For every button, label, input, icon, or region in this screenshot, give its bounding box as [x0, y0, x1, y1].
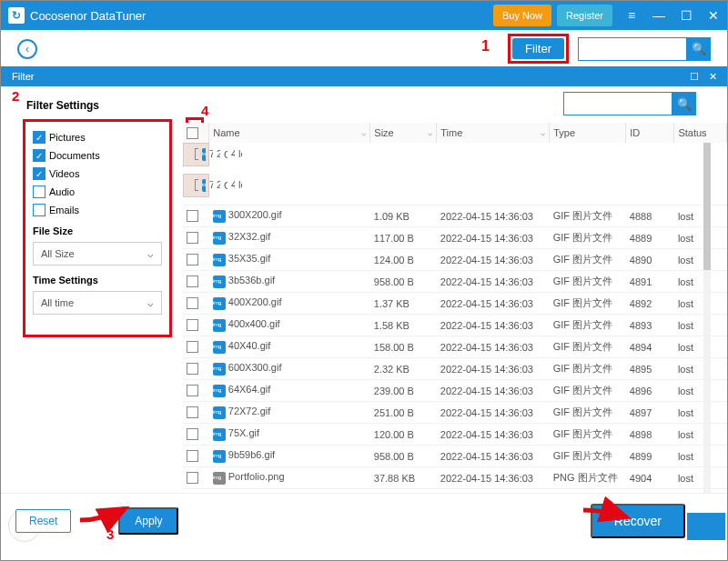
col-type[interactable]: Type	[550, 123, 626, 143]
cell-name: 600X300.gif	[209, 358, 370, 380]
checkbox-on-icon: ✓	[33, 149, 46, 162]
row-checkbox[interactable]	[187, 297, 198, 309]
cell-status: lost	[674, 249, 727, 271]
search-button[interactable]: 🔍	[687, 37, 711, 61]
cell-status: lost	[674, 315, 727, 336]
cell-type: GIF 图片文件	[550, 336, 626, 358]
table-row[interactable]: 72X72.gif251.00 B2022-04-15 14:36:03GIF …	[183, 402, 727, 424]
table-row[interactable]: 300X200.gif1.09 KB2022-04-15 14:36:03GIF…	[183, 205, 727, 227]
cell-time: 2022-04-15 14:36:03	[437, 467, 550, 489]
cell-status: lost	[674, 402, 727, 424]
cell-time: 2022-04-15 14:36:03	[437, 446, 550, 467]
cell-type: GIF 图片文件	[550, 424, 626, 446]
search-input[interactable]	[578, 37, 687, 61]
cell-id: 4904	[626, 467, 674, 489]
cell-id: 4889	[626, 227, 674, 249]
check-emails[interactable]: Emails	[33, 204, 100, 216]
panel-close-icon[interactable]: ✕	[703, 71, 722, 83]
list-search-button[interactable]: 🔍	[672, 92, 696, 115]
cell-type: GIF 图片文件	[550, 402, 626, 424]
panel-restore-icon[interactable]: ☐	[685, 71, 703, 83]
select-all-checkbox[interactable]	[187, 127, 198, 139]
row-checkbox[interactable]	[187, 341, 198, 353]
check-audio[interactable]: Audio	[33, 185, 100, 198]
col-size[interactable]: Size⌵	[370, 123, 437, 143]
cell-id: 4891	[626, 271, 674, 293]
table-row[interactable]: 9b59b6.gif958.00 B2022-04-15 14:36:03GIF…	[183, 446, 727, 467]
cell-type: GIF 图片文件	[550, 315, 626, 336]
cell-name: 3b536b.gif	[209, 271, 370, 293]
close-button[interactable]: ✕	[700, 1, 727, 30]
col-time[interactable]: Time⌵	[437, 123, 550, 143]
cell-status: lost	[674, 424, 727, 446]
check-pictures[interactable]: ✓Pictures	[33, 131, 100, 144]
row-checkbox[interactable]	[187, 210, 198, 222]
list-search-input[interactable]	[563, 92, 672, 115]
minimize-button[interactable]: —	[645, 1, 672, 30]
annotation-3-arrow-icon	[76, 488, 139, 525]
row-checkbox[interactable]	[187, 428, 198, 440]
table-row[interactable]: Portfolio.png37.88 KB2022-04-15 14:36:03…	[183, 467, 727, 489]
time-label: Time Settings	[33, 275, 162, 286]
file-gif-icon	[213, 363, 226, 376]
reset-button[interactable]: Reset	[15, 509, 71, 533]
checkbox-off-icon	[33, 185, 46, 198]
cell-status: lost	[674, 380, 727, 402]
table-row[interactable]: 35X35.gif124.00 B2022-04-15 14:36:03GIF …	[183, 249, 727, 271]
buy-now-button[interactable]: Buy Now	[493, 5, 551, 26]
cell-time: 2022-04-15 14:36:03	[213, 145, 220, 165]
titlebar: ↻ Cocosenor DataTuner Buy Now Register ≡…	[1, 1, 727, 30]
row-checkbox[interactable]	[187, 319, 198, 331]
table-row[interactable]: 400X200.gif1.37 KB2022-04-15 14:36:03GIF…	[183, 293, 727, 315]
chevron-down-icon: ⌵	[147, 248, 154, 260]
filter-button[interactable]: Filter	[512, 38, 564, 59]
row-checkbox[interactable]	[187, 275, 198, 287]
filesize-select[interactable]: All Size⌵	[33, 242, 162, 265]
col-id[interactable]: ID	[626, 123, 674, 143]
table-row[interactable]: 32X32.gif117.00 B2022-04-15 14:36:03GIF …	[183, 227, 727, 249]
row-checkbox[interactable]	[187, 232, 198, 244]
row-checkbox[interactable]	[187, 472, 198, 484]
annotation-1: 1	[481, 38, 490, 55]
cell-time: 2022-04-15 14:36:03	[437, 358, 550, 380]
annotation-2-box: ✓Pictures ✓Documents ✓Videos Audio Email…	[23, 119, 172, 337]
table-row[interactable]: 200x200.gif712.00 B2022-04-15 14:36:03GI…	[183, 174, 209, 197]
col-status[interactable]: Status	[674, 123, 727, 143]
checkbox-on-icon: ✓	[33, 167, 46, 180]
cell-id: 4899	[626, 446, 674, 467]
cell-name: 9b59b6.gif	[209, 446, 370, 467]
table-row[interactable]: 600X300.gif2.32 KB2022-04-15 14:36:03GIF…	[183, 358, 727, 380]
background-partial-button	[687, 513, 725, 540]
scrollbar-thumb[interactable]	[703, 143, 711, 270]
row-checkbox[interactable]	[187, 385, 198, 396]
back-button[interactable]: ‹	[17, 39, 37, 59]
check-documents[interactable]: ✓Documents	[33, 149, 100, 162]
col-name[interactable]: Name⌵	[209, 123, 370, 143]
annotation-2: 2	[12, 88, 19, 104]
table-row[interactable]: 3b536b.gif958.00 B2022-04-15 14:36:03GIF…	[183, 271, 727, 293]
time-select[interactable]: All time⌵	[33, 291, 162, 315]
scrollbar-track[interactable]	[703, 143, 711, 493]
row-checkbox[interactable]	[187, 450, 198, 462]
table-row[interactable]: 1920x500.gif7.05 KB2022-04-15 14:36:03GI…	[183, 143, 209, 166]
table-row[interactable]: 40X40.gif158.00 B2022-04-15 14:36:03GIF …	[183, 336, 727, 358]
file-gif-icon	[202, 148, 206, 161]
file-gif-icon	[213, 341, 226, 354]
row-checkbox[interactable]	[187, 254, 198, 265]
table-row[interactable]: 64X64.gif239.00 B2022-04-15 14:36:03GIF …	[183, 380, 727, 402]
cell-status: lost	[674, 446, 727, 467]
table-row[interactable]: 75X.gif120.00 B2022-04-15 14:36:03GIF 图片…	[183, 424, 727, 446]
row-checkbox[interactable]	[187, 406, 198, 418]
register-button[interactable]: Register	[557, 5, 612, 26]
cell-name: 200x200.gif	[198, 175, 206, 196]
cell-name: 72X72.gif	[209, 402, 370, 424]
menu-icon[interactable]: ≡	[618, 1, 645, 30]
check-videos[interactable]: ✓Videos	[33, 167, 100, 180]
row-checkbox[interactable]	[187, 363, 198, 375]
cell-name: 400X200.gif	[209, 293, 370, 315]
table-row[interactable]: 400x400.gif1.58 KB2022-04-15 14:36:03GIF…	[183, 315, 727, 336]
cell-time: 2022-04-15 14:36:03	[437, 271, 550, 293]
cell-status: lost	[674, 205, 727, 227]
file-gif-icon	[202, 179, 206, 192]
maximize-button[interactable]: ☐	[672, 1, 700, 30]
